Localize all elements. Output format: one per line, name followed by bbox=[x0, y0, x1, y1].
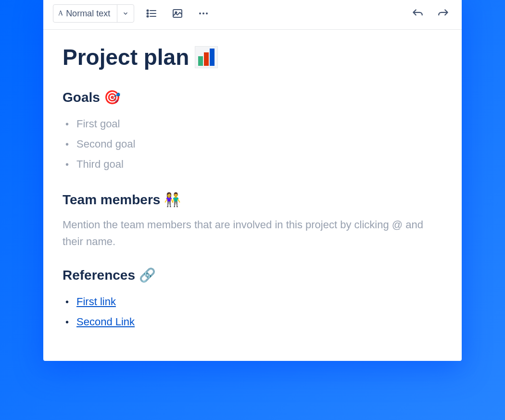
more-horizontal-icon bbox=[198, 8, 209, 19]
image-button[interactable] bbox=[169, 5, 186, 22]
reference-link[interactable]: Second Link bbox=[76, 316, 135, 328]
bar-chart-icon bbox=[195, 46, 218, 68]
text-style-dropdown[interactable]: A Normal text bbox=[53, 4, 134, 23]
goal-item-text: Second goal bbox=[76, 138, 135, 150]
page-title-text: Project plan bbox=[63, 44, 189, 70]
page-title[interactable]: Project plan bbox=[63, 44, 442, 70]
list-item[interactable]: Second goal bbox=[65, 134, 442, 154]
text-style-button[interactable]: A Normal text bbox=[53, 5, 117, 22]
list-item[interactable]: First goal bbox=[65, 114, 442, 134]
list-item[interactable]: Third goal bbox=[65, 154, 442, 174]
undo-icon bbox=[411, 7, 424, 20]
references-list[interactable]: First link Second Link bbox=[63, 292, 442, 332]
team-placeholder-text[interactable]: Mention the team members that are involv… bbox=[63, 216, 442, 250]
team-members-heading[interactable]: Team members 👫 bbox=[63, 192, 442, 208]
reference-link[interactable]: First link bbox=[76, 296, 116, 308]
document-content[interactable]: Project plan Goals 🎯 First goal Second g… bbox=[43, 30, 462, 361]
references-heading[interactable]: References 🔗 bbox=[63, 267, 442, 283]
bullet-list-icon bbox=[146, 8, 157, 19]
svg-point-9 bbox=[202, 12, 204, 14]
image-icon bbox=[172, 8, 183, 19]
goals-list[interactable]: First goal Second goal Third goal bbox=[63, 114, 442, 174]
goal-item-text: Third goal bbox=[76, 158, 124, 171]
chevron-down-icon bbox=[122, 10, 129, 17]
editor-toolbar: A Normal text bbox=[43, 0, 462, 30]
goals-heading[interactable]: Goals 🎯 bbox=[63, 89, 442, 105]
undo-button[interactable] bbox=[409, 5, 426, 22]
bullet-list-button[interactable] bbox=[143, 5, 160, 22]
goal-item-text: First goal bbox=[76, 118, 120, 130]
editor-window: A Normal text bbox=[43, 0, 462, 361]
list-item[interactable]: First link bbox=[65, 292, 442, 312]
svg-point-8 bbox=[199, 12, 201, 14]
redo-button[interactable] bbox=[435, 5, 452, 22]
svg-point-2 bbox=[147, 13, 149, 14]
text-style-label: Normal text bbox=[66, 9, 110, 19]
text-style-chevron[interactable] bbox=[117, 5, 134, 22]
more-options-button[interactable] bbox=[195, 5, 212, 22]
svg-point-0 bbox=[147, 10, 149, 12]
redo-icon bbox=[437, 7, 450, 20]
svg-point-10 bbox=[206, 12, 208, 14]
list-item[interactable]: Second Link bbox=[65, 312, 442, 332]
svg-point-4 bbox=[147, 16, 149, 17]
text-style-glyph-icon: A bbox=[58, 10, 63, 17]
